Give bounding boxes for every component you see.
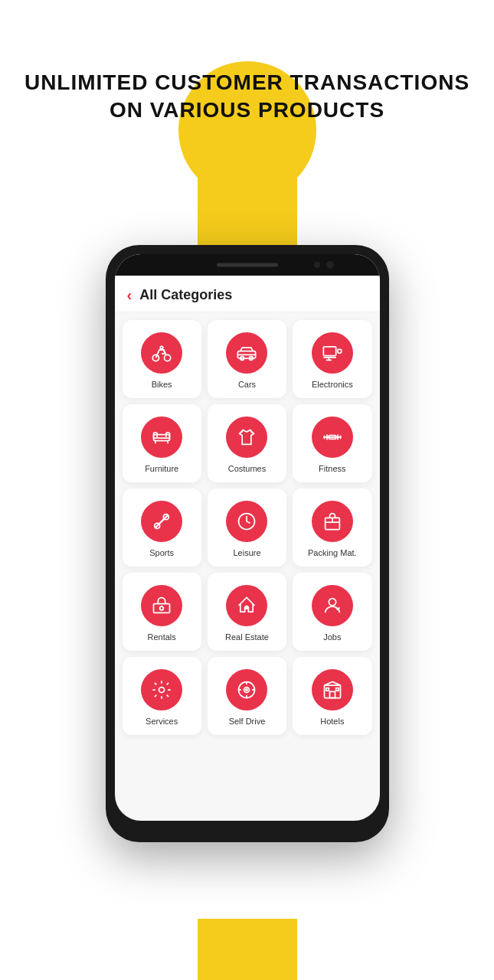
category-card-selfdrive[interactable]: Self Drive [208,657,286,735]
categories-grid: Bikes Cars Electronics [115,312,380,743]
category-card-realestate[interactable]: Real Estate [208,573,286,651]
category-label-realestate: Real Estate [225,632,269,642]
category-card-hotels[interactable]: Hotels [293,657,371,735]
category-icon-realestate [226,585,267,626]
svg-point-28 [160,606,164,610]
category-card-packing[interactable]: Packing Mat. [293,488,371,567]
category-icon-rentals [141,585,182,626]
page-wrapper: UNLIMITED CUSTOMER TRANSACTIONS ON VARIO… [0,0,494,980]
category-label-costumes: Costumes [228,464,267,473]
back-button[interactable]: ‹ [127,286,132,304]
category-label-selfdrive: Self Drive [229,717,266,726]
category-card-electronics[interactable]: Electronics [293,320,371,398]
category-icon-services [141,669,182,710]
category-card-fitness[interactable]: Fitness [293,404,371,482]
phone-notch [115,254,380,276]
category-label-services: Services [146,717,178,726]
category-label-fitness: Fitness [319,464,345,473]
category-card-bikes[interactable]: Bikes [123,320,201,398]
category-icon-sports [141,501,182,542]
svg-rect-7 [323,347,335,356]
category-icon-furniture [141,416,182,458]
category-icon-fitness [312,416,353,458]
category-icon-bikes [141,332,182,374]
svg-rect-44 [335,688,339,691]
svg-rect-27 [154,604,170,613]
svg-line-20 [155,515,168,528]
category-icon-electronics [312,332,353,374]
headline: UNLIMITED CUSTOMER TRANSACTIONS ON VARIO… [0,69,494,125]
category-label-jobs: Jobs [323,632,341,642]
svg-point-33 [159,688,165,693]
svg-point-2 [160,346,163,349]
category-card-sports[interactable]: Sports [123,488,201,567]
svg-rect-8 [338,349,342,353]
category-icon-cars [226,332,267,374]
headline-line1: UNLIMITED CUSTOMER TRANSACTIONS [25,70,469,94]
category-icon-jobs [312,585,353,626]
category-card-services[interactable]: Services [123,657,201,735]
category-label-cars: Cars [238,380,256,389]
category-card-costumes[interactable]: Costumes [208,404,286,482]
page-title: All Categories [139,287,232,303]
phone-sensor [314,262,320,268]
category-label-furniture: Furniture [145,464,178,473]
category-label-hotels: Hotels [320,717,344,726]
phone-speaker [217,263,278,267]
category-icon-costumes [226,416,267,458]
category-label-electronics: Electronics [312,380,353,389]
category-icon-packing [312,501,353,542]
category-icon-selfdrive [226,669,267,710]
svg-rect-42 [329,691,335,697]
category-label-sports: Sports [149,548,174,557]
yellow-rect-bottom-decoration [198,919,297,980]
svg-point-30 [329,599,335,606]
headline-line2: ON VARIOUS PRODUCTS [110,98,384,122]
svg-rect-43 [326,688,329,691]
category-card-leisure[interactable]: Leisure [208,488,286,567]
category-label-bikes: Bikes [152,380,172,389]
category-label-packing: Packing Mat. [308,548,357,557]
category-card-cars[interactable]: Cars [208,320,286,398]
svg-point-35 [244,688,250,693]
category-icon-leisure [226,501,267,542]
category-label-rentals: Rentals [148,632,176,642]
svg-point-1 [165,354,171,361]
category-card-jobs[interactable]: Jobs [293,573,371,651]
phone-frame: ‹ All Categories Bikes Cars [106,245,389,842]
svg-point-40 [246,689,247,691]
phone-camera [326,261,334,269]
phone-screen: ‹ All Categories Bikes Cars [115,254,380,821]
app-header: ‹ All Categories [115,276,380,312]
category-card-rentals[interactable]: Rentals [123,573,201,651]
category-card-furniture[interactable]: Furniture [123,404,201,482]
category-icon-hotels [312,669,353,710]
category-label-leisure: Leisure [233,548,260,557]
